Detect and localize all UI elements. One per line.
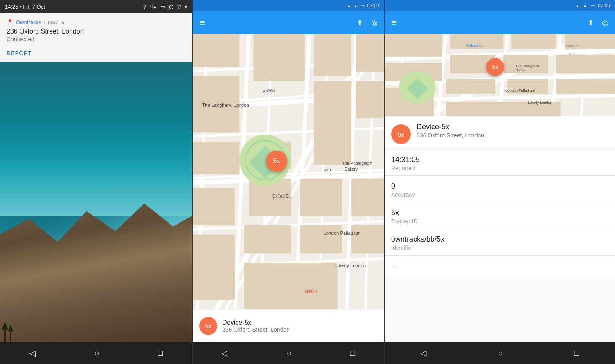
app-bar-right: ≡ ⬆ ◎	[385, 11, 615, 34]
svg-rect-31	[193, 188, 235, 225]
h-signal-icon: H▲	[149, 4, 157, 9]
svg-text:Liberty London: Liberty London	[528, 101, 552, 105]
detail-more[interactable]: ···	[385, 256, 615, 277]
map-marker-right: 5x	[486, 58, 504, 76]
app-bar-icons-right-mid: ⬆ ◎	[357, 18, 378, 27]
status-icons-mid: ▲ ▲ ▭ 07:00	[347, 3, 379, 9]
marker-label-mid: 5x	[273, 157, 280, 165]
water-area	[0, 62, 192, 216]
svg-text:Gallery: Gallery	[345, 167, 358, 171]
device-avatar-mid: 5x	[199, 317, 217, 335]
status-bar-left: 14:25 • Fri, 7 Oct ? H▲ ▭ ⊖ ▽ ▾	[0, 0, 192, 13]
device-address-mid: 236 Oxford Street, London	[222, 326, 290, 333]
location-pin-icon: 📍	[7, 19, 14, 25]
signal-icon-mid: ▲	[354, 3, 358, 8]
detail-device-header: 5x Device-5x 236 Oxford Street, London	[385, 116, 615, 149]
wifi-question-icon: ?	[143, 4, 146, 10]
device-text-mid: Device-5x 236 Oxford Street, London	[222, 319, 290, 333]
map-svg-mid: A5204 A40 The Langham, London The Photog…	[193, 34, 384, 309]
back-button-mid[interactable]: ◁	[218, 344, 232, 362]
svg-text:A40: A40	[569, 52, 575, 56]
device-info-strip-mid[interactable]: 5x Device-5x 236 Oxford Street, London	[193, 309, 384, 342]
detail-accuracy-section: 0 Accuracy	[385, 176, 615, 202]
menu-icon-right[interactable]: ≡	[391, 17, 397, 29]
svg-rect-23	[254, 34, 305, 81]
coastal-trees-svg	[0, 317, 33, 342]
middle-panel: ▲ ▲ ▭ 07:00 ≡ ⬆ ◎	[192, 0, 385, 364]
wifi-icon-right: ▲	[575, 3, 579, 8]
svg-rect-69	[556, 55, 615, 73]
svg-rect-24	[314, 34, 351, 76]
svg-rect-26	[193, 142, 239, 174]
status-icons-right: ▲ ▲ ▭ 07:00	[575, 3, 610, 9]
svg-rect-39	[244, 263, 338, 309]
upload-icon-mid[interactable]: ⬆	[357, 18, 363, 27]
status-bar-mid: ▲ ▲ ▭ 07:00	[193, 0, 384, 11]
detail-tracker-label: Tracker ID	[391, 218, 608, 225]
svg-rect-64	[511, 34, 556, 49]
detail-panel: 5x Device-5x 236 Oxford Street, London 1…	[385, 116, 615, 342]
svg-rect-34	[351, 179, 384, 216]
target-icon-right[interactable]: ◎	[602, 18, 608, 27]
notif-header: 📍 Owntracks • now ∧	[7, 19, 186, 25]
device-name-mid: Device-5x	[222, 319, 290, 326]
target-icon-mid[interactable]: ◎	[371, 18, 378, 27]
notif-expand-icon[interactable]: ∧	[61, 19, 65, 25]
detail-accuracy-value: 0	[391, 182, 608, 191]
svg-text:Market Pl: Market Pl	[565, 44, 579, 47]
svg-text:Oxford C...: Oxford C...	[272, 194, 293, 198]
svg-text:The Photograph: The Photograph	[516, 64, 539, 68]
battery-icon-mid: ▭	[360, 3, 365, 9]
recent-button-left[interactable]: □	[154, 344, 167, 362]
home-button-right[interactable]: ○	[494, 344, 507, 362]
detail-tracker-section: 5x Tracker ID	[385, 203, 615, 229]
time-right: 07:00	[598, 3, 610, 9]
map-svg-right: Oxford C... The Photograph Gallery Londo…	[385, 34, 615, 116]
detail-avatar: 5x	[391, 124, 411, 144]
notif-title: 236 Oxford Street, London	[7, 28, 186, 35]
status-time-left: 14:25 • Fri, 7 Oct	[5, 4, 45, 10]
detail-tracker-value: 5x	[391, 209, 608, 217]
svg-rect-0	[4, 330, 6, 342]
back-button-right[interactable]: ◁	[416, 344, 430, 362]
notif-subtitle: Connected	[7, 36, 186, 43]
svg-rect-38	[351, 225, 384, 253]
svg-text:A40: A40	[323, 168, 331, 173]
svg-text:sketch: sketch	[305, 289, 317, 294]
home-button-left[interactable]: ○	[90, 344, 103, 362]
svg-text:London Palladium: London Palladium	[505, 88, 535, 92]
svg-rect-2	[10, 332, 11, 342]
recent-button-right[interactable]: □	[570, 344, 583, 362]
svg-rect-36	[244, 225, 291, 253]
map-marker-mid[interactable]: 5x	[266, 151, 287, 172]
map-right[interactable]: Oxford C... The Photograph Gallery Londo…	[385, 34, 615, 116]
app-bar-mid: ≡ ⬆ ◎	[193, 11, 384, 34]
report-button[interactable]: REPORT	[7, 47, 186, 59]
wifi-icon-mid: ▲	[347, 3, 351, 8]
detail-time-section: 14:31:05 Reported	[385, 150, 615, 176]
svg-rect-29	[356, 81, 384, 118]
back-button-left[interactable]: ◁	[25, 344, 40, 362]
coastal-photo	[0, 62, 192, 342]
chevron-down-icon: ▾	[185, 4, 187, 10]
map-mid[interactable]: A5204 A40 The Langham, London The Photog…	[193, 34, 384, 309]
recent-button-mid[interactable]: □	[346, 344, 359, 362]
right-panel: ▲ ▲ ▭ 07:00 ≡ ⬆ ◎	[385, 0, 615, 364]
battery-icon: ▭	[160, 4, 165, 10]
detail-device-name: Device-5x	[417, 123, 484, 131]
nav-bar-right: ◁ ○ □	[385, 342, 615, 364]
left-panel: 14:25 • Fri, 7 Oct ? H▲ ▭ ⊖ ▽ ▾ 📍 Owntra…	[0, 0, 192, 364]
svg-text:Liberty London: Liberty London	[335, 263, 366, 268]
menu-icon-mid[interactable]: ≡	[199, 17, 205, 29]
svg-rect-35	[193, 235, 235, 300]
home-button-mid[interactable]: ○	[282, 344, 295, 362]
upload-icon-right[interactable]: ⬆	[588, 18, 594, 27]
marker-label-right: 5x	[492, 64, 498, 70]
detail-device-address: 236 Oxford Street, London	[417, 132, 484, 139]
notif-app-name: Owntracks	[16, 19, 41, 25]
status-bar-right: ▲ ▲ ▭ 07:00	[385, 0, 615, 11]
svg-rect-28	[314, 81, 351, 165]
svg-text:Gallery: Gallery	[516, 68, 526, 72]
svg-text:The Langham, London: The Langham, London	[202, 103, 249, 108]
filter-icon: ▽	[177, 4, 181, 10]
